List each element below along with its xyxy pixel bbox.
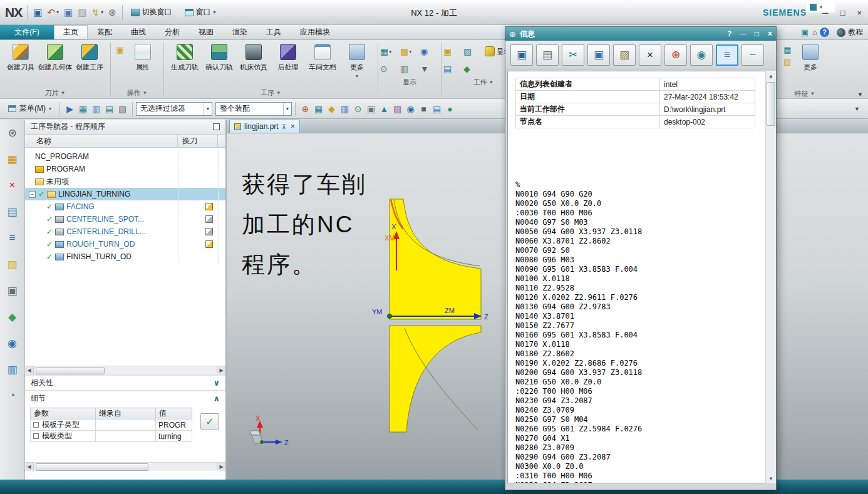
checkbox[interactable] bbox=[33, 422, 39, 428]
close-button[interactable]: × bbox=[768, 29, 772, 38]
select-body-icon[interactable]: ▥ bbox=[90, 102, 103, 115]
edge-snap-icon[interactable]: ■ bbox=[417, 102, 430, 115]
tab-file[interactable]: 文件(F) bbox=[0, 25, 54, 39]
ribbon-button[interactable]: 确认刀轨 bbox=[202, 42, 236, 72]
info-toolbar-button[interactable]: ✂ bbox=[562, 44, 584, 66]
expander-icon[interactable]: − bbox=[29, 191, 36, 198]
tree-row[interactable]: NC_PROGRAM bbox=[25, 150, 225, 163]
details-row[interactable]: 模板子类型 PROGR bbox=[31, 419, 192, 431]
ribbon-button[interactable]: 车间文档 bbox=[306, 42, 339, 72]
apply-check-button[interactable]: ✓ bbox=[200, 413, 219, 430]
tree-horizontal-scrollbar[interactable]: ◀ ▶ bbox=[25, 366, 225, 374]
ribbon-button[interactable]: 更多 ▾ bbox=[340, 42, 374, 79]
intersection-icon[interactable]: ⊙ bbox=[351, 102, 364, 115]
wcs-cube-top[interactable] bbox=[250, 431, 261, 435]
face-snap-icon[interactable]: ◉ bbox=[404, 102, 417, 115]
details-section-header[interactable]: 细节 ∧ bbox=[25, 390, 225, 406]
mid-point-icon[interactable]: ◆ bbox=[325, 102, 338, 115]
info-toolbar-button[interactable]: ≡ bbox=[716, 44, 738, 66]
resource-bar-item[interactable]: ▨ bbox=[4, 256, 21, 272]
checkbox[interactable] bbox=[33, 433, 39, 439]
column-header-name[interactable]: 名称 bbox=[25, 135, 178, 147]
scrollbar-thumb[interactable] bbox=[36, 367, 105, 374]
select-component-icon[interactable]: ▧ bbox=[116, 102, 129, 115]
ribbon-small-button[interactable]: ▨ bbox=[463, 43, 482, 59]
ribbon-tab[interactable]: 分析 bbox=[155, 25, 189, 39]
resource-bar-item[interactable]: ◉ bbox=[4, 335, 21, 351]
ribbon-small-button[interactable]: ▥ bbox=[400, 61, 419, 77]
select-by-type-icon[interactable]: ▶ bbox=[63, 102, 76, 115]
details-col-param[interactable]: 参数 bbox=[31, 408, 96, 419]
info-vertical-scrollbar[interactable]: ▲ ▼ bbox=[765, 71, 776, 483]
part-cross-section-bottom[interactable] bbox=[390, 326, 481, 432]
ribbon-small-button[interactable]: ▦ ▾ bbox=[380, 43, 399, 59]
feature-icon[interactable]: ▦ bbox=[782, 44, 793, 54]
resource-bar-item[interactable]: ⊛ bbox=[4, 125, 21, 141]
scrollbar-thumb[interactable] bbox=[36, 463, 148, 471]
snap-point-icon[interactable]: ⊕ bbox=[299, 102, 312, 115]
ribbon-small-button[interactable]: ▼ bbox=[420, 61, 439, 77]
edit-object-icon[interactable]: ▣ bbox=[115, 44, 125, 54]
switch-window-button[interactable]: 切换窗口 bbox=[127, 4, 177, 21]
scroll-right-icon[interactable]: ▶ bbox=[217, 463, 225, 471]
scroll-right-icon[interactable]: ▶ bbox=[217, 366, 225, 374]
info-toolbar-button[interactable]: ▤ bbox=[536, 44, 559, 66]
end-point-icon[interactable]: ▦ bbox=[312, 102, 325, 115]
panel-resize-grip[interactable] bbox=[25, 471, 225, 480]
ribbon-button[interactable]: 生成刀轨 bbox=[168, 42, 202, 72]
ribbon-tab[interactable]: 渲染 bbox=[223, 25, 257, 39]
details-row[interactable]: 模板类型 turning bbox=[31, 431, 192, 442]
tree-row[interactable]: ✓ FINISH_TURN_OD bbox=[25, 250, 225, 263]
wcs-origin-point[interactable] bbox=[260, 440, 264, 444]
info-toolbar-button[interactable]: ⊕ bbox=[664, 44, 687, 66]
ribbon-tab[interactable]: 装配 bbox=[88, 25, 121, 39]
ribbon-button[interactable]: 后处理 bbox=[271, 42, 305, 72]
resource-bar-item[interactable]: ◆ bbox=[4, 309, 21, 325]
qat-button[interactable]: ↶ ▾ bbox=[45, 4, 61, 21]
ribbon-small-button[interactable]: ▩ ▾ bbox=[400, 43, 419, 59]
minimize-button[interactable]: ─ bbox=[740, 29, 746, 38]
existing-point-icon[interactable]: ▲ bbox=[378, 102, 391, 115]
feature-group-icon[interactable]: ▥ bbox=[782, 56, 793, 66]
info-content[interactable]: 信息列表创建者 intel 日期 27-Mar-2024 18:53:42 当前… bbox=[507, 71, 774, 483]
home-icon[interactable]: ⌂ bbox=[810, 28, 820, 38]
info-toolbar-button[interactable]: ▣ bbox=[510, 44, 533, 66]
select-edge-icon[interactable]: ▤ bbox=[103, 102, 116, 115]
tree-row[interactable]: ✓ CENTERLINE_DRILL... bbox=[25, 225, 225, 238]
part-tab[interactable]: lingjian.prt ⊼ × bbox=[229, 120, 300, 133]
scroll-up-icon[interactable]: ▲ bbox=[766, 71, 776, 81]
tab-close-icon[interactable]: × bbox=[291, 122, 295, 131]
pin-icon[interactable]: ⊼ bbox=[282, 123, 286, 130]
resource-bar-item[interactable]: ▥ bbox=[4, 361, 21, 378]
ribbon-small-button[interactable]: ▤ bbox=[443, 61, 462, 77]
origin-point[interactable] bbox=[388, 314, 392, 319]
close-button[interactable]: × bbox=[857, 8, 862, 18]
window-menu-button[interactable]: 窗口 ▾ bbox=[180, 4, 220, 21]
tree-row[interactable]: − ✓ LINGJIAN_TURNING bbox=[25, 188, 225, 200]
center-point-icon[interactable]: ▥ bbox=[338, 102, 351, 115]
resource-bar-item[interactable]: ◔ bbox=[4, 388, 21, 404]
qat-button[interactable]: ↯ ▾ bbox=[90, 4, 105, 21]
param-value[interactable]: turning bbox=[156, 431, 192, 442]
ribbon-tab[interactable]: 工具 bbox=[257, 25, 291, 39]
ribbon-button[interactable]: 属性 bbox=[126, 42, 160, 72]
details-horizontal-scrollbar[interactable]: ◀ ▶ bbox=[25, 462, 225, 471]
scroll-down-icon[interactable]: ▼ bbox=[766, 473, 776, 483]
dependencies-section-header[interactable]: 相关性 ∨ bbox=[25, 374, 225, 390]
tree-row[interactable]: ✓ FACING bbox=[25, 200, 225, 213]
resource-bar-item[interactable]: ≡ bbox=[4, 230, 21, 246]
menu-button[interactable]: 菜单(M) ▾ bbox=[3, 101, 56, 116]
info-toolbar-button[interactable]: ▣ bbox=[587, 44, 610, 66]
toolbar-overflow-caret-icon[interactable]: ▼ bbox=[854, 106, 860, 112]
qat-button[interactable]: ▨ bbox=[76, 4, 88, 21]
ribbon-overflow-caret-icon[interactable]: ▼ bbox=[857, 91, 863, 98]
resource-bar-item[interactable]: × bbox=[4, 177, 21, 193]
ribbon-small-button[interactable]: ◆ bbox=[463, 61, 482, 77]
minimize-ribbon-icon[interactable]: ▣ bbox=[800, 28, 810, 38]
select-face-icon[interactable]: ▦ bbox=[76, 102, 90, 115]
info-window-titlebar[interactable]: ⊛ 信息 ? ─ □ × bbox=[505, 27, 776, 41]
maximize-button[interactable]: □ bbox=[755, 29, 759, 38]
info-toolbar-button[interactable]: ▨ bbox=[613, 44, 636, 66]
details-col-inherit[interactable]: 继承自 bbox=[96, 408, 156, 419]
qat-button[interactable]: ▣ bbox=[31, 4, 44, 21]
